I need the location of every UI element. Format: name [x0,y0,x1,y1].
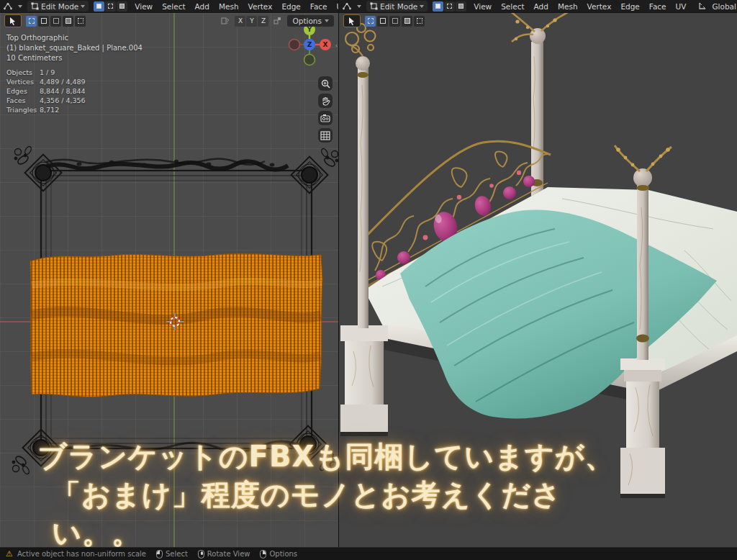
snap-base-icon[interactable] [273,16,283,26]
select-mode-extend-button[interactable] [38,16,49,27]
menu-view[interactable]: View [471,2,494,11]
active-tool-button[interactable] [4,14,22,27]
select-box-mode-group [365,16,425,27]
select-mode-extend-button[interactable] [377,16,388,27]
transform-fix-icon[interactable]: ? [220,16,230,26]
viewport-header: Edit Mode View Select Add Mesh Vertex Ed… [339,0,737,13]
tweak-cursor-icon [9,17,17,25]
edit-mode-icon [370,2,378,10]
blender-window: Edit Mode View Select Add Mesh Vertex Ed… [0,0,737,560]
mirror-z-button[interactable]: Z [258,16,268,27]
select-mode-group [94,1,127,12]
options-button[interactable]: Options [287,15,334,27]
menu-add[interactable]: Add [532,2,551,11]
mirror-axes-group: X Y Z [235,16,268,27]
select-box-mode-group [26,16,86,27]
editor-type-dropdown-icon[interactable] [357,5,361,8]
viewport-header: Edit Mode View Select Add Mesh Vertex Ed… [0,0,338,13]
front-right-leg [620,358,665,498]
hand-icon [321,96,330,106]
zoom-button[interactable] [318,76,333,91]
mirror-y-button[interactable]: Y [246,16,257,27]
menu-vertex[interactable]: Vertex [246,2,275,11]
svg-text:X: X [323,41,328,48]
editor-type-icon[interactable] [3,2,13,11]
viewport-divider[interactable] [338,0,339,547]
menu-select[interactable]: Select [499,2,526,11]
menu-uv[interactable]: UV [674,2,689,11]
toggle-view-button[interactable] [318,128,333,143]
move-view-button[interactable] [318,94,333,108]
middle-mouse-icon [198,550,204,559]
svg-text:Y: Y [307,26,312,33]
menu-view[interactable]: View [132,2,155,11]
camera-view-button[interactable] [318,111,333,125]
mode-selector[interactable]: Edit Mode [27,1,89,12]
select-mode-intersect-button[interactable] [414,16,425,27]
warning-text: Active object has non-uniform scale [17,550,146,558]
edge-select-button[interactable] [105,1,116,12]
menu-select[interactable]: Select [160,2,187,11]
menu-vertex[interactable]: Vertex [585,2,614,11]
warning-icon: ⚠ [6,549,13,559]
edit-mode-icon [31,2,39,10]
menu-add[interactable]: Add [193,2,212,11]
menu-face[interactable]: Face [308,2,330,11]
orientation-label[interactable]: Global [712,2,736,11]
viewport-canvas[interactable] [339,13,737,547]
select-mode-set-button[interactable] [365,16,376,27]
mode-label: Edit Mode [41,2,78,11]
gizmo-y-neg-axis [304,55,315,66]
viewport-top-orthographic: Edit Mode View Select Add Mesh Vertex Ed… [0,0,338,547]
camera-icon [320,114,330,122]
viewport-canvas[interactable]: ? X Y Z Options Top Orthographic (1) bla… [0,13,338,547]
mirror-x-button[interactable]: X [235,16,245,27]
chevron-left-icon[interactable]: ‹ [335,42,338,49]
menu-edge[interactable]: Edge [618,2,641,11]
grid-icon [320,131,330,140]
menu-edge[interactable]: Edge [279,2,302,11]
menu-face[interactable]: Face [647,2,669,11]
select-mode-subtract-button[interactable] [50,16,61,27]
mode-label: Edit Mode [380,2,417,11]
viewport-shaded: Edit Mode View Select Add Mesh Vertex Ed… [339,0,737,547]
viewport-side-tools [318,76,333,143]
select-mode-invert-button[interactable] [402,16,412,27]
hint-select: Select [156,550,188,559]
hint-options: Options [260,550,297,559]
chevron-down-icon [81,5,85,8]
select-mode-subtract-button[interactable] [389,16,400,27]
face-select-button[interactable] [456,1,466,12]
chevron-down-icon [420,5,424,8]
select-mode-group [433,1,466,12]
editor-type-icon[interactable] [342,2,352,11]
select-mode-set-button[interactable] [26,16,37,27]
vertex-select-button[interactable] [433,1,443,12]
hint-rotate-view: Rotate View [198,550,250,559]
tweak-cursor-icon [348,17,356,25]
status-bar: ⚠ Active object has non-uniform scale Se… [0,547,737,560]
select-mode-invert-button[interactable] [63,16,73,27]
grid-scale-label: 10 Centimeters [6,53,143,63]
rendered-bed-scene [339,13,737,547]
magnifier-icon [321,79,330,89]
left-mouse-icon [156,550,163,559]
front-left-leg [340,325,388,436]
menu-mesh[interactable]: Mesh [217,2,241,11]
view-label: Top Orthographic [6,33,143,43]
active-object-label: (1) blanket_square_Baked | Plane.004 [6,43,143,53]
menu-mesh[interactable]: Mesh [556,2,580,11]
svg-text:?: ? [226,19,229,25]
select-mode-intersect-button[interactable] [75,16,86,27]
gizmo-x-neg-axis [289,40,300,50]
navigation-gizmo[interactable]: Y X Z [286,23,333,68]
editor-type-dropdown-icon[interactable] [18,5,22,8]
vertex-select-button[interactable] [94,1,104,12]
face-select-button[interactable] [117,1,127,12]
right-mouse-icon [260,550,266,559]
active-tool-button[interactable] [343,14,361,27]
statistics-overlay: Objects1 / 9 Vertices4,489 / 4,489 Edges… [6,68,86,114]
mode-selector[interactable]: Edit Mode [366,1,428,12]
svg-text:Z: Z [307,41,312,48]
edge-select-button[interactable] [444,1,455,12]
